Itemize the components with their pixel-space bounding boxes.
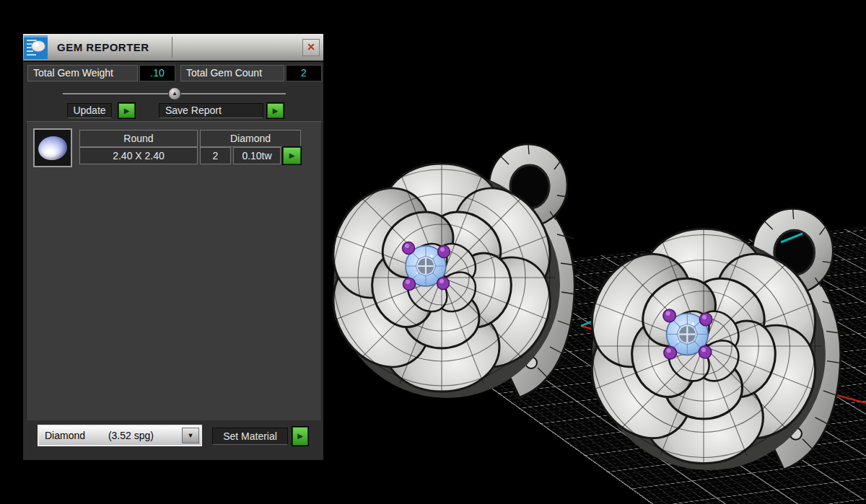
total-gem-weight-value: .10	[139, 65, 175, 81]
gem-thumbnail[interactable]	[33, 128, 72, 167]
gem-count-cell: 2	[200, 147, 231, 164]
earring-model-right[interactable]	[572, 208, 843, 470]
material-density-value: (3.52 spg)	[108, 430, 154, 441]
save-report-button[interactable]: Save Report	[159, 103, 263, 118]
gem-weight-cell: 0.10tw	[233, 147, 281, 164]
gem-table-row[interactable]: Round Diamond 2.40 X 2.40 2 0.10tw ▶	[33, 128, 318, 167]
total-gem-count-value: 2	[286, 65, 322, 81]
material-dropdown[interactable]: Diamond (3.52 spg) ▼	[38, 425, 202, 446]
gem-list-area: Round Diamond 2.40 X 2.40 2 0.10tw ▶	[26, 121, 322, 423]
set-material-button[interactable]: Set Material	[212, 428, 288, 445]
save-report-run-icon[interactable]: ▶	[267, 103, 284, 118]
gem-row-run-icon[interactable]: ▶	[283, 147, 301, 164]
panel-splitter-row: ▲	[23, 86, 323, 102]
gem-reporter-panel: GEM REPORTER ✕ Total Gem Weight .10 Tota…	[22, 32, 325, 461]
titlebar-divider	[172, 37, 172, 58]
update-button[interactable]: Update	[67, 103, 112, 118]
material-bar: Diamond (3.52 spg) ▼ Set Material ▶	[23, 420, 323, 460]
gem-report-icon	[24, 35, 48, 59]
gem-shape-cell: Round	[79, 130, 198, 147]
close-icon[interactable]: ✕	[302, 39, 320, 56]
totals-row: Total Gem Weight .10 Total Gem Count 2	[23, 65, 323, 83]
round-gem-icon	[36, 133, 69, 162]
earring-model-left[interactable]	[314, 144, 577, 398]
actions-row: Update ▶ Save Report ▶	[23, 103, 323, 119]
panel-titlebar[interactable]: GEM REPORTER ✕	[23, 34, 323, 62]
application-window: GEM REPORTER ✕ Total Gem Weight .10 Tota…	[0, 0, 866, 504]
panel-title: GEM REPORTER	[48, 41, 149, 53]
gem-material-cell: Diamond	[200, 130, 301, 147]
material-selected-value: Diamond	[45, 430, 85, 441]
gem-dimensions-cell: 2.40 X 2.40	[79, 147, 198, 164]
chevron-down-icon[interactable]: ▼	[182, 428, 199, 443]
set-material-run-icon[interactable]: ▶	[292, 427, 308, 446]
total-gem-count-label: Total Gem Count	[180, 65, 284, 81]
gem-info-table: Round Diamond 2.40 X 2.40 2 0.10tw ▶	[79, 130, 303, 164]
splitter-handle[interactable]: ▲	[168, 87, 181, 100]
update-run-icon[interactable]: ▶	[118, 103, 135, 118]
total-gem-weight-label: Total Gem Weight	[27, 65, 138, 81]
